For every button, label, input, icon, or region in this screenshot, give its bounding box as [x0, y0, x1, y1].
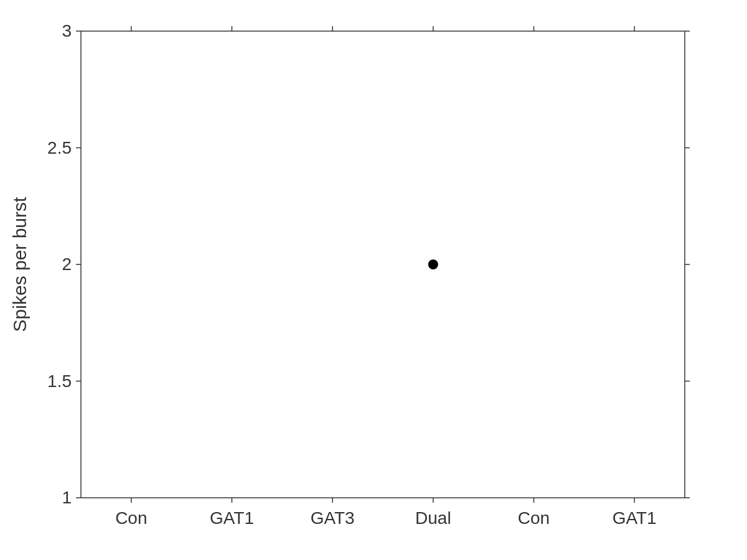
- y-tick-label: 1.5: [47, 371, 72, 391]
- x-tick-label: GAT1: [613, 508, 657, 528]
- data-point: [428, 259, 438, 269]
- chart-container: 11.522.53ConGAT1GAT3DualConGAT1Spikes pe…: [0, 0, 747, 560]
- y-tick-label: 1: [62, 488, 72, 507]
- y-axis-label: Spikes per burst: [9, 197, 30, 332]
- x-tick-label: GAT1: [210, 508, 254, 528]
- x-tick-label: Con: [115, 508, 147, 528]
- y-tick-label: 2.5: [47, 138, 72, 157]
- chart-svg: 11.522.53ConGAT1GAT3DualConGAT1Spikes pe…: [0, 0, 747, 560]
- x-tick-label: Con: [518, 508, 550, 528]
- x-tick-label: Dual: [415, 508, 451, 528]
- y-tick-label: 2: [62, 254, 72, 274]
- x-tick-label: GAT3: [311, 508, 355, 528]
- y-tick-label: 3: [62, 21, 72, 40]
